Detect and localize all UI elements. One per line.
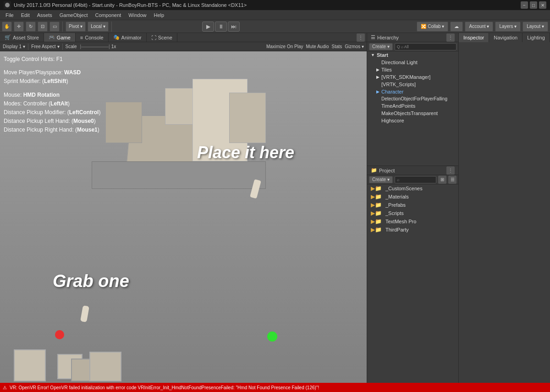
display-dropdown[interactable]: Display 1 ▾	[3, 44, 25, 49]
center-area: 🛒 Asset Store 🎮 Game ≡ Console 🎭 Animato…	[0, 33, 367, 383]
place-text: Place it here	[197, 143, 294, 162]
tile-4	[89, 352, 121, 381]
project-options[interactable]: ⋮	[446, 166, 455, 175]
menu-bar: File Edit Assets GameObject Component Wi…	[0, 10, 550, 20]
gizmos-dropdown[interactable]: Gizmos ▾	[345, 44, 364, 49]
hierarchy-header: ☰ Hierarchy ⋮	[367, 33, 458, 42]
menu-component[interactable]: Component	[91, 11, 125, 19]
grab-text: Grab one	[53, 271, 129, 291]
tree-item-directional-light[interactable]: ▶ Directional Light	[367, 59, 458, 66]
maximize-button[interactable]: □	[530, 1, 537, 9]
main-area: 🛒 Asset Store 🎮 Game ≡ Console 🎭 Animato…	[0, 33, 550, 383]
folder-thirdparty[interactable]: ▶📁 ThirdParty	[367, 226, 458, 234]
tree-item-vrtk-sdk[interactable]: ▶ [VRTK_SDKManager]	[367, 73, 458, 81]
sep1	[62, 22, 63, 32]
app-icon	[4, 1, 11, 9]
minimize-button[interactable]: −	[521, 1, 528, 9]
move-tool[interactable]: ✛	[14, 22, 24, 32]
play-button[interactable]: ▶	[202, 22, 214, 32]
pivot-dropdown[interactable]: Pivot ▾	[66, 22, 86, 32]
play-controls: ▶ ⏸ ⏭	[202, 22, 240, 32]
tab-lighting[interactable]: Lighting	[522, 33, 550, 42]
project-tree: ▶📁 _CustomScenes ▶📁 _Materials ▶📁 _Prefa…	[367, 184, 458, 383]
scale-control[interactable]: Scale |——————| 1x	[66, 44, 116, 49]
tree-item-tiles[interactable]: ▶ Tiles	[367, 66, 458, 73]
folder-textmesh[interactable]: ▶📁 TextMesh Pro	[367, 217, 458, 226]
account-button[interactable]: Account ▾	[465, 22, 493, 32]
tree-item-transparent[interactable]: ▶ MakeObjectsTransparent	[367, 110, 458, 117]
project-search[interactable]: ⌕	[395, 176, 436, 183]
menu-assets[interactable]: Assets	[33, 11, 56, 19]
local-dropdown[interactable]: Local ▾	[88, 22, 109, 32]
project-icon: 📁	[371, 167, 377, 173]
tab-game[interactable]: 🎮 Game	[44, 33, 76, 42]
folder-prefabs[interactable]: ▶📁 _Prefabs	[367, 201, 458, 209]
menu-edit[interactable]: Edit	[17, 11, 33, 19]
folder-materials[interactable]: ▶📁 _Materials	[367, 193, 458, 201]
status-message: VR: OpenVR Error! OpenVR failed initiali…	[10, 385, 319, 390]
close-button[interactable]: ✕	[539, 1, 546, 9]
tree-item-detection[interactable]: ▶ DetectionObjectForPlayerFalling	[367, 95, 458, 102]
inspector-panel: Inspector Navigation Lighting 🔒	[458, 33, 550, 383]
hierarchy-create[interactable]: Create ▾	[369, 43, 393, 50]
tree-item-timepoints[interactable]: ▶ TimeAndPoints	[367, 102, 458, 110]
project-view-btn1[interactable]: ⊞	[438, 176, 446, 184]
local-arrow: ▾	[103, 24, 105, 29]
project-title: Project	[379, 168, 395, 173]
gt-sep1	[28, 44, 28, 50]
svg-point-1	[5, 3, 10, 7]
tab-animator[interactable]: 🎭 Animator	[109, 33, 147, 42]
block-right	[229, 93, 266, 143]
stats-button[interactable]: Stats	[332, 44, 342, 49]
animator-icon: 🎭	[113, 34, 120, 40]
project-panel: 📁 Project ⋮ Create ▾ ⌕ ⊞ ☰ ▶📁	[367, 166, 458, 383]
local-label: Local	[91, 24, 102, 29]
dot-red	[55, 330, 64, 339]
title-bar: Unity 2017.1.0f3 Personal (64bit) - Star…	[0, 0, 550, 10]
menu-file[interactable]: File	[2, 11, 17, 19]
inspector-content	[459, 42, 550, 383]
menu-help[interactable]: Help	[150, 11, 168, 19]
hand-tool[interactable]: ✋	[2, 22, 12, 32]
rect-tool[interactable]: ▭	[50, 22, 60, 32]
main-tab-bar: 🛒 Asset Store 🎮 Game ≡ Console 🎭 Animato…	[0, 33, 367, 42]
tab-navigation[interactable]: Navigation	[489, 33, 522, 42]
panel-options-icon[interactable]: ⋮	[357, 33, 365, 42]
hierarchy-tree: ▼ Start ▶ Directional Light ▶ Tiles ▶ [V…	[367, 51, 458, 166]
menu-window[interactable]: Window	[125, 11, 150, 19]
hierarchy-icon: ☰	[371, 34, 375, 40]
tree-item-start[interactable]: ▼ Start	[367, 51, 458, 59]
folder-scripts[interactable]: ▶📁 _Scripts	[367, 209, 458, 217]
folder-custom-scenes[interactable]: ▶📁 _CustomScenes	[367, 184, 458, 193]
tree-item-highscore[interactable]: ▶ Highscore	[367, 117, 458, 124]
aspect-dropdown[interactable]: Free Aspect ▾	[31, 44, 59, 49]
tree-item-character[interactable]: ▶ Character	[367, 88, 458, 95]
project-toolbar: Create ▾ ⌕ ⊞ ☰	[367, 175, 458, 184]
scale-tool[interactable]: ⊡	[38, 22, 48, 32]
project-create[interactable]: Create ▾	[369, 176, 393, 183]
hierarchy-search[interactable]: Q ⌕ All	[395, 43, 456, 50]
error-icon: ⚠	[3, 385, 7, 390]
inspector-tabs: Inspector Navigation Lighting 🔒	[459, 33, 550, 42]
step-button[interactable]: ⏭	[228, 22, 240, 32]
layers-button[interactable]: Layers ▾	[495, 22, 521, 32]
project-view-btn2[interactable]: ☰	[448, 176, 456, 184]
cloud-button[interactable]: ☁	[450, 22, 463, 32]
maximize-on-play[interactable]: Maximize On Play	[266, 44, 303, 49]
asset-store-icon: 🛒	[5, 34, 11, 40]
gt-sep2	[62, 44, 63, 50]
tree-item-vrtk-scripts[interactable]: ▶ [VRTK_Scripts]	[367, 81, 458, 88]
menu-gameobject[interactable]: GameObject	[56, 11, 92, 19]
layout-button[interactable]: Layout ▾	[522, 22, 548, 32]
game-canvas: Toggle Control Hints: F1 Move Player/Pla…	[0, 51, 367, 383]
tab-inspector[interactable]: Inspector	[459, 33, 489, 42]
hierarchy-toolbar: Create ▾ Q ⌕ All	[367, 42, 458, 51]
hierarchy-options[interactable]: ⋮	[446, 33, 455, 42]
pause-button[interactable]: ⏸	[215, 22, 227, 32]
tab-scene[interactable]: ⛶ Scene	[147, 33, 177, 42]
rotate-tool[interactable]: ↻	[26, 22, 36, 32]
tab-console[interactable]: ≡ Console	[76, 33, 109, 42]
collab-button[interactable]: 🔀 Collab ▾	[417, 22, 448, 32]
tab-asset-store[interactable]: 🛒 Asset Store	[0, 33, 44, 42]
mute-audio[interactable]: Mute Audio	[306, 44, 329, 49]
